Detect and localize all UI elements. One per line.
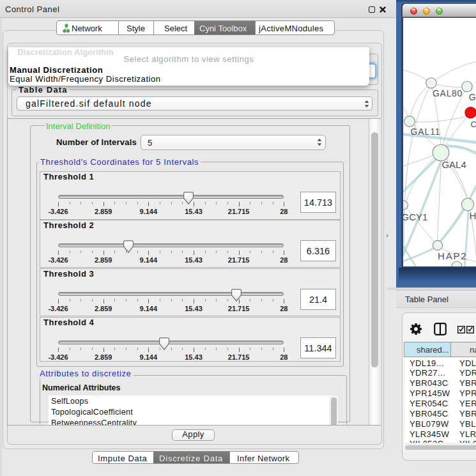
svg-text:GAL4: GAL4 <box>441 159 466 170</box>
svg-text:C: C <box>470 119 476 129</box>
svg-text:GAL11: GAL11 <box>411 127 441 137</box>
svg-text:GCY1: GCY1 <box>403 211 427 222</box>
svg-text:G.: G. <box>469 92 476 102</box>
svg-text:HAP2: HAP2 <box>438 250 467 261</box>
svg-text:H: H <box>470 210 476 221</box>
svg-text:GAL80: GAL80 <box>433 88 463 98</box>
